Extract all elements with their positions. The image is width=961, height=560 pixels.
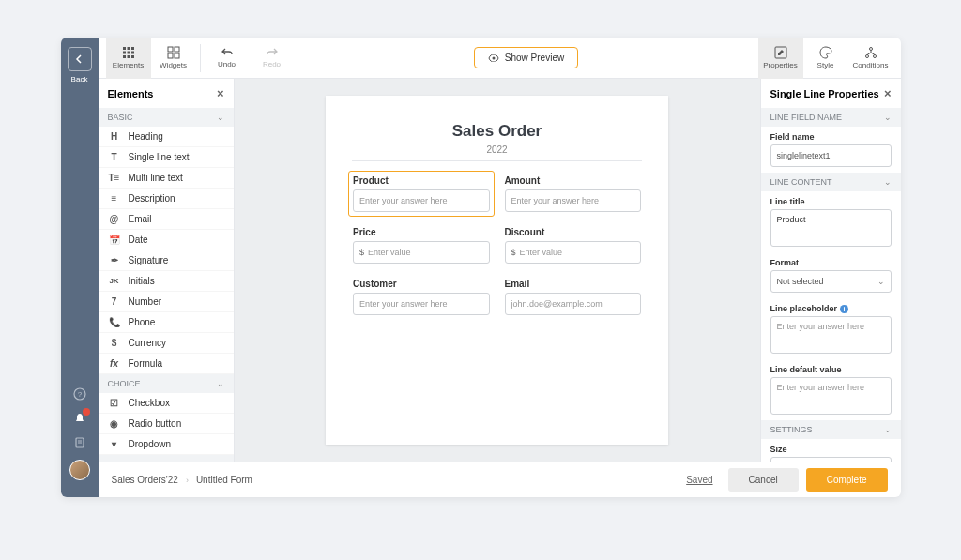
field-amount[interactable]: Amount Enter your answer here xyxy=(500,171,647,217)
properties-tab[interactable]: Properties xyxy=(758,38,803,79)
section-settings[interactable]: SETTINGS⌄ xyxy=(761,420,901,439)
placeholder-input[interactable]: Enter your answer here xyxy=(770,316,892,354)
section-basic[interactable]: BASIC⌄ xyxy=(99,108,234,127)
formula-icon: fx xyxy=(108,358,121,369)
el-heading[interactable]: HHeading xyxy=(99,127,234,147)
section-grouped[interactable]: GROUPED⌄ xyxy=(99,455,234,462)
default-label: Line default value xyxy=(761,359,901,377)
elements-tab[interactable]: Elements xyxy=(106,38,151,79)
dropdown-icon: ▾ xyxy=(108,439,121,449)
svg-rect-7 xyxy=(131,47,134,50)
format-select[interactable]: Not selected⌄ xyxy=(770,270,892,293)
svg-point-20 xyxy=(869,48,872,51)
signature-icon: ✒ xyxy=(108,255,121,265)
widgets-icon xyxy=(167,46,180,59)
field-name-label: Field name xyxy=(761,127,901,144)
svg-rect-13 xyxy=(131,55,134,58)
chevron-down-icon: ⌄ xyxy=(884,113,892,122)
el-number[interactable]: 7Number xyxy=(99,292,234,312)
text-icon: T xyxy=(108,152,121,162)
svg-rect-15 xyxy=(175,47,179,52)
elements-panel: Elements × BASIC⌄ HHeading TSingle line … xyxy=(99,79,235,462)
svg-point-21 xyxy=(865,55,868,58)
description-icon: ≡ xyxy=(108,193,121,204)
el-checkbox[interactable]: ☑Checkbox xyxy=(99,393,234,414)
svg-rect-11 xyxy=(123,55,126,58)
el-description[interactable]: ≡Description xyxy=(99,189,234,209)
complete-button[interactable]: Complete xyxy=(806,468,888,492)
widgets-tab[interactable]: Widgets xyxy=(151,38,196,79)
el-radio[interactable]: ◉Radio button xyxy=(99,414,234,434)
line-title-label: Line title xyxy=(761,191,901,209)
chevron-left-icon xyxy=(75,54,84,64)
style-tab[interactable]: Style xyxy=(803,38,848,79)
chevron-down-icon: ⌄ xyxy=(884,177,892,187)
currency-icon: $ xyxy=(108,338,121,348)
price-input[interactable]: $Enter value xyxy=(353,241,490,264)
el-initials[interactable]: JKInitials xyxy=(99,271,234,292)
breadcrumb-current: Untitled Form xyxy=(196,475,252,485)
section-field-name[interactable]: LINE FIELD NAME⌄ xyxy=(761,108,901,127)
section-choice[interactable]: CHOICE⌄ xyxy=(99,374,234,393)
el-email[interactable]: @Email xyxy=(99,209,234,230)
content-area: Elements Widgets Undo Redo xyxy=(99,38,901,497)
show-preview-button[interactable]: Show Preview xyxy=(474,47,578,68)
breadcrumb-root[interactable]: Sales Orders'22 xyxy=(112,475,178,485)
svg-rect-16 xyxy=(168,53,173,58)
product-input[interactable]: Enter your answer here xyxy=(353,189,490,212)
redo-button: Redo xyxy=(250,38,295,79)
svg-rect-17 xyxy=(175,53,179,58)
el-multi-line[interactable]: T≡Multi line text xyxy=(99,168,234,189)
amount-input[interactable]: Enter your answer here xyxy=(505,189,642,212)
flow-icon xyxy=(864,46,877,59)
phone-icon: 📞 xyxy=(108,317,121,327)
field-name-input[interactable]: singlelinetext1 xyxy=(770,144,892,167)
clipboard-icon[interactable] xyxy=(72,435,87,450)
footer: Sales Orders'22 › Untitled Form Saved Ca… xyxy=(99,462,901,497)
field-email[interactable]: Email john.doe@example.com xyxy=(500,274,647,320)
svg-rect-5 xyxy=(123,47,126,50)
canvas[interactable]: Sales Order 2022 Product Enter your answ… xyxy=(235,79,760,462)
el-formula[interactable]: fxFormula xyxy=(99,354,234,374)
format-label: Format xyxy=(761,252,901,270)
el-currency[interactable]: $Currency xyxy=(99,333,234,354)
saved-status[interactable]: Saved xyxy=(686,475,712,485)
svg-text:?: ? xyxy=(77,390,82,399)
svg-point-22 xyxy=(873,55,876,58)
field-product[interactable]: Product Enter your answer here xyxy=(348,171,495,217)
field-price[interactable]: Price $Enter value xyxy=(348,222,495,268)
close-icon[interactable]: × xyxy=(884,86,892,100)
toolbar: Elements Widgets Undo Redo xyxy=(99,38,901,79)
undo-button[interactable]: Undo xyxy=(205,38,250,79)
email-input[interactable]: john.doe@example.com xyxy=(505,293,642,315)
left-rail: Back ? xyxy=(61,38,99,497)
el-dropdown[interactable]: ▾Dropdown xyxy=(99,434,234,455)
form-title[interactable]: Sales Order xyxy=(352,122,642,141)
back-button[interactable] xyxy=(68,47,92,71)
el-single-line[interactable]: TSingle line text xyxy=(99,147,234,168)
radio-icon: ◉ xyxy=(108,418,121,429)
el-date[interactable]: 📅Date xyxy=(99,230,234,250)
form-subtitle[interactable]: 2022 xyxy=(352,144,642,161)
help-icon[interactable]: ? xyxy=(72,386,87,401)
info-icon[interactable]: i xyxy=(840,305,848,313)
close-icon[interactable]: × xyxy=(217,86,224,100)
el-signature[interactable]: ✒Signature xyxy=(99,250,234,271)
eye-icon xyxy=(488,54,499,62)
field-customer[interactable]: Customer Enter your answer here xyxy=(348,274,495,320)
conditions-tab[interactable]: Conditions xyxy=(848,38,893,79)
chevron-down-icon: ⌄ xyxy=(217,113,224,122)
notifications-icon[interactable] xyxy=(72,411,87,426)
section-content[interactable]: LINE CONTENT⌄ xyxy=(761,173,901,191)
undo-icon xyxy=(221,47,234,58)
line-title-input[interactable]: Product xyxy=(770,209,892,247)
default-input[interactable]: Enter your answer here xyxy=(770,377,892,415)
multitext-icon: T≡ xyxy=(108,173,121,183)
cancel-button[interactable]: Cancel xyxy=(728,468,799,492)
avatar[interactable] xyxy=(69,460,90,480)
date-icon: 📅 xyxy=(108,235,121,245)
discount-input[interactable]: $Enter value xyxy=(505,241,642,264)
el-phone[interactable]: 📞Phone xyxy=(99,312,234,333)
customer-input[interactable]: Enter your answer here xyxy=(353,293,490,315)
field-discount[interactable]: Discount $Enter value xyxy=(500,222,647,268)
